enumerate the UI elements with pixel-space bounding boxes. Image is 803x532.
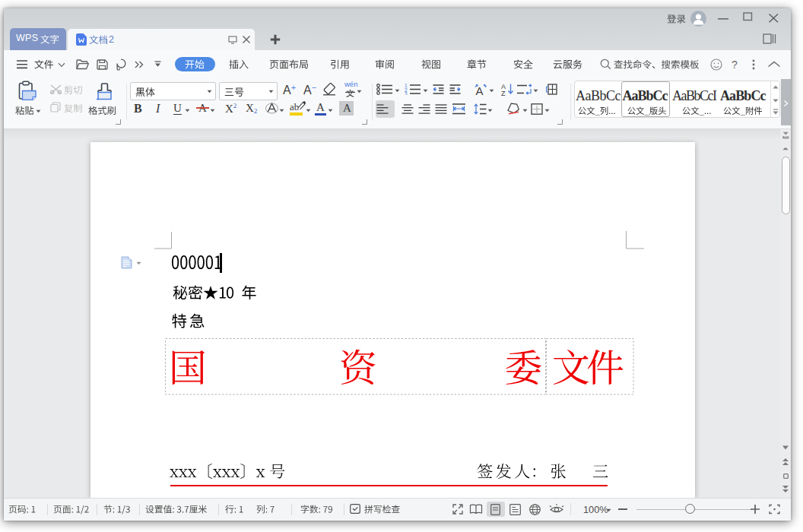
svg-text:3: 3	[405, 91, 408, 95]
svg-text:Z: Z	[501, 90, 506, 96]
